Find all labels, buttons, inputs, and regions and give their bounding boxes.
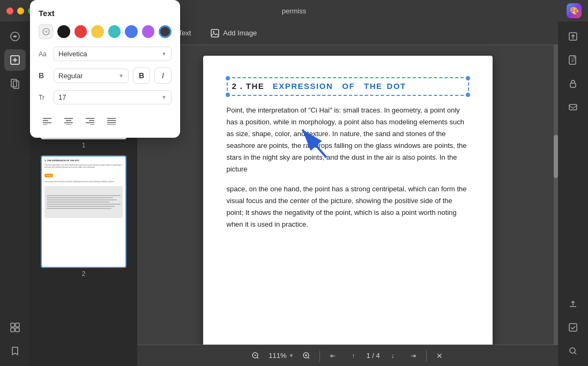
weight-select[interactable]: Regular ▼ bbox=[54, 69, 129, 83]
popup-title: Text bbox=[39, 9, 172, 18]
size-label: Tr bbox=[39, 94, 49, 101]
weight-label: B bbox=[39, 71, 49, 80]
color-swatch-teal[interactable] bbox=[108, 25, 121, 38]
color-swatch-black[interactable] bbox=[57, 25, 70, 38]
right-check-button[interactable] bbox=[562, 317, 584, 338]
weight-arrow: ▼ bbox=[118, 73, 124, 79]
body-paragraph-2: space, on the one hand, the point has a … bbox=[227, 183, 469, 230]
align-left-button[interactable] bbox=[39, 113, 56, 129]
svg-rect-6 bbox=[11, 328, 14, 332]
left-toolbar bbox=[0, 21, 30, 366]
right-mail-button[interactable] bbox=[562, 96, 584, 118]
svg-rect-2 bbox=[11, 79, 17, 87]
italic-button[interactable]: I bbox=[154, 68, 172, 84]
pdf-page: 2．THE EXPRESSION OF THE DOT Point, the i… bbox=[203, 56, 493, 345]
font-label: Aa bbox=[39, 50, 49, 58]
selection-handle-br[interactable] bbox=[466, 93, 470, 97]
selection-handle-tl[interactable] bbox=[226, 76, 230, 80]
svg-point-20 bbox=[570, 348, 575, 353]
doc-toolbar: Add Text Add Image bbox=[137, 21, 558, 45]
svg-rect-19 bbox=[569, 324, 577, 331]
thumb2-string-badge: String bbox=[44, 174, 53, 177]
page-body: Point, the interpretation of "Ci Hai" is… bbox=[227, 104, 469, 230]
thumb2-image bbox=[44, 186, 123, 218]
style-row: B Regular ▼ B I bbox=[39, 68, 172, 84]
font-row: Aa Helvetica ▼ bbox=[39, 47, 172, 61]
zoom-arrow: ▼ bbox=[289, 353, 294, 358]
thumb2-body: Point the interpretation of Ci Hai is sm… bbox=[44, 164, 123, 169]
page-heading[interactable]: 2．THE EXPRESSION OF THE DOT bbox=[227, 77, 469, 96]
zoom-out-button[interactable] bbox=[248, 348, 263, 363]
color-swatch-purple[interactable] bbox=[142, 25, 155, 38]
page-canvas[interactable]: 2．THE EXPRESSION OF THE DOT Point, the i… bbox=[137, 45, 558, 345]
divider-1 bbox=[319, 350, 320, 361]
heading-number: 2．THE bbox=[232, 81, 265, 92]
selection-handle-bl[interactable] bbox=[226, 93, 230, 97]
align-justify-button[interactable] bbox=[103, 113, 120, 129]
close-button[interactable] bbox=[6, 8, 13, 14]
page-nav: 1 / 4 bbox=[366, 352, 379, 360]
heading-dot: DOT bbox=[387, 81, 406, 92]
size-arrow: ▼ bbox=[161, 94, 167, 100]
toolbar-edit-button[interactable] bbox=[4, 49, 26, 71]
scroll-thumb[interactable] bbox=[554, 135, 558, 178]
right-share-button[interactable] bbox=[562, 26, 584, 47]
thumb-page-2[interactable]: 2. THE EXPRESSION OF THE DOT Point the i… bbox=[41, 155, 126, 268]
bottom-bar: 111% ▼ ⇤ ↑ 1 / 4 ↓ bbox=[137, 345, 558, 366]
content-area: Add Text Add Image 2．THE bbox=[137, 21, 558, 366]
svg-rect-4 bbox=[11, 323, 14, 327]
close-doc-button[interactable]: ✕ bbox=[432, 348, 447, 363]
window-title: permiss bbox=[282, 7, 307, 15]
last-page-button[interactable]: ⇥ bbox=[406, 348, 421, 363]
toolbar-thumbnail-button[interactable] bbox=[4, 317, 26, 338]
right-pdf-button[interactable] bbox=[562, 49, 584, 71]
prev-page-button[interactable]: ↑ bbox=[346, 348, 361, 363]
add-image-button[interactable]: Add Image bbox=[205, 26, 262, 41]
zoom-display: 111% ▼ bbox=[269, 352, 294, 360]
thumb2-label: 2 bbox=[82, 270, 86, 278]
first-page-button[interactable]: ⇤ bbox=[325, 348, 340, 363]
divider-2 bbox=[426, 350, 427, 361]
scroll-track[interactable] bbox=[554, 45, 558, 345]
bold-button[interactable]: B bbox=[133, 68, 150, 84]
align-right-button[interactable] bbox=[81, 113, 99, 129]
svg-rect-9 bbox=[211, 29, 219, 37]
body-paragraph-1: Point, the interpretation of "Ci Hai" is… bbox=[227, 104, 469, 176]
thumb1-label: 1 bbox=[82, 141, 86, 149]
next-page-button[interactable]: ↓ bbox=[385, 348, 400, 363]
selection-handle-tr[interactable] bbox=[466, 76, 470, 80]
zoom-in-button[interactable] bbox=[299, 348, 314, 363]
svg-rect-17 bbox=[570, 83, 576, 87]
right-upload-button[interactable] bbox=[562, 293, 584, 315]
font-select[interactable]: Helvetica ▼ bbox=[54, 47, 172, 61]
color-picker-icon[interactable] bbox=[39, 24, 53, 39]
right-toolbar bbox=[558, 21, 588, 366]
thumbnail-2[interactable]: 2. THE EXPRESSION OF THE DOT Point the i… bbox=[35, 155, 132, 278]
size-row: Tr 17 ▼ bbox=[39, 90, 172, 104]
toolbar-paint-button[interactable] bbox=[4, 26, 26, 47]
font-select-arrow: ▼ bbox=[161, 51, 167, 57]
heading-blue: EXPRESSION OF THE bbox=[266, 81, 382, 92]
color-swatch-darkgray[interactable] bbox=[159, 25, 172, 38]
thumb2-heading: 2. THE EXPRESSION OF THE DOT bbox=[44, 159, 123, 162]
align-center-button[interactable] bbox=[60, 113, 77, 129]
app-icon: 🎨 bbox=[567, 3, 582, 18]
color-row bbox=[39, 24, 172, 39]
align-row bbox=[39, 111, 172, 129]
right-lock-button[interactable] bbox=[562, 73, 584, 94]
size-select[interactable]: 17 ▼ bbox=[54, 90, 172, 104]
toolbar-pages-button[interactable] bbox=[4, 73, 26, 94]
minimize-button[interactable] bbox=[17, 8, 24, 14]
toolbar-bookmark-button[interactable] bbox=[4, 340, 26, 362]
svg-rect-5 bbox=[16, 323, 19, 327]
color-swatch-yellow[interactable] bbox=[91, 25, 104, 38]
svg-rect-3 bbox=[13, 81, 19, 88]
svg-rect-18 bbox=[569, 104, 577, 110]
svg-rect-7 bbox=[16, 328, 19, 332]
text-popup: Text Aa Helvetica ▼ B Regular ▼ B bbox=[30, 0, 180, 138]
color-swatch-blue[interactable] bbox=[125, 25, 138, 38]
right-search-button[interactable] bbox=[562, 340, 584, 362]
color-swatch-red[interactable] bbox=[75, 25, 87, 38]
svg-point-10 bbox=[213, 31, 214, 33]
